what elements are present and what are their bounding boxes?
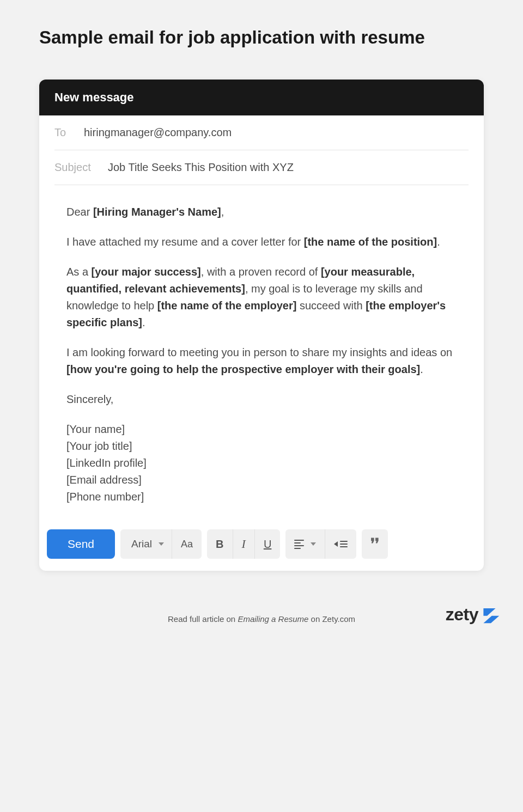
indent-decrease-icon: [334, 541, 348, 547]
bold-button[interactable]: B: [207, 529, 233, 559]
page-title: Sample email for job application with re…: [39, 27, 484, 48]
italic-button[interactable]: I: [233, 529, 255, 559]
paragraph-2: As a [your major success], with a proven…: [66, 264, 457, 331]
compose-window: New message To hiringmanager@company.com…: [39, 80, 484, 571]
chevron-down-icon: [311, 542, 316, 546]
greeting-line: Dear [Hiring Manager's Name],: [66, 204, 457, 221]
quote-group: ❜❜: [362, 529, 388, 559]
align-button[interactable]: [285, 529, 325, 559]
signature-name: [Your name]: [66, 421, 457, 438]
quote-icon: ❜❜: [370, 537, 379, 551]
font-family-select[interactable]: Arial: [120, 529, 172, 559]
paragraph-3: I am looking forward to meeting you in p…: [66, 344, 457, 378]
style-group: B I U: [207, 529, 280, 559]
signature-title: [Your job title]: [66, 438, 457, 455]
align-left-icon: [294, 540, 304, 549]
email-body[interactable]: Dear [Hiring Manager's Name], I have att…: [39, 185, 484, 522]
to-label: To: [54, 126, 74, 139]
header-fields: To hiringmanager@company.com Subject Job…: [39, 115, 484, 185]
signature-linkedin: [LinkedIn profile]: [66, 455, 457, 472]
signature-phone: [Phone number]: [66, 489, 457, 505]
compose-header: New message: [39, 80, 484, 115]
signoff: Sincerely,: [66, 391, 457, 408]
font-size-button[interactable]: Aa: [172, 529, 202, 559]
svg-marker-0: [483, 608, 499, 623]
footer-text: Read full article on Emailing a Resume o…: [168, 614, 355, 624]
chevron-down-icon: [159, 542, 164, 546]
send-button[interactable]: Send: [47, 529, 115, 559]
format-toolbar: Send Arial Aa B I U: [39, 522, 484, 571]
paragraph-1: I have attached my resume and a cover le…: [66, 234, 457, 251]
align-group: [285, 529, 356, 559]
font-group: Arial Aa: [120, 529, 202, 559]
subject-row[interactable]: Subject Job Title Seeks This Position wi…: [54, 150, 469, 185]
zety-wordmark: zety: [446, 605, 478, 625]
to-row[interactable]: To hiringmanager@company.com: [54, 115, 469, 150]
zety-mark-icon: [482, 606, 500, 624]
indent-decrease-button[interactable]: [325, 529, 356, 559]
subject-label: Subject: [54, 161, 98, 174]
zety-logo: zety: [446, 605, 500, 625]
signature-email: [Email address]: [66, 472, 457, 489]
blockquote-button[interactable]: ❜❜: [362, 529, 388, 559]
to-value: hiringmanager@company.com: [84, 126, 232, 139]
underline-button[interactable]: U: [255, 529, 280, 559]
subject-value: Job Title Seeks This Position with XYZ: [108, 161, 294, 174]
footer: Read full article on Emailing a Resume o…: [39, 614, 484, 624]
